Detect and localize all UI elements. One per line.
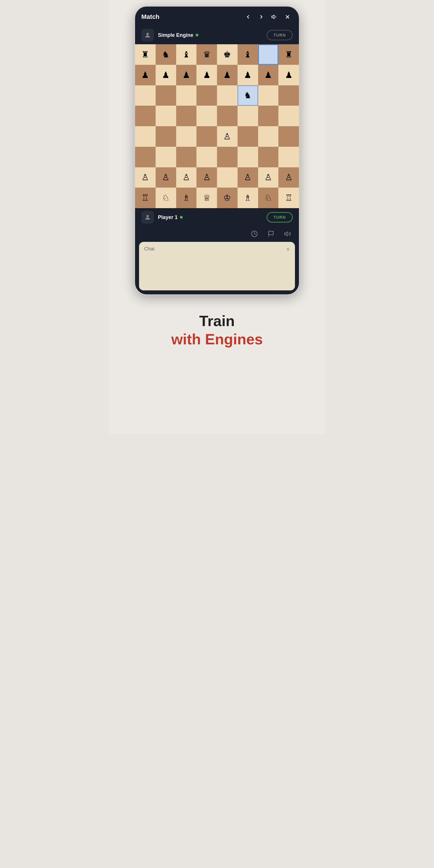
board-cell[interactable]: ♙	[135, 167, 156, 188]
page-wrapper: Match	[108, 0, 326, 434]
board-cell[interactable]	[258, 85, 279, 106]
chess-piece: ♙	[203, 173, 211, 182]
board-cell[interactable]	[258, 106, 279, 126]
human-player-bar: Player 1 TURN	[135, 208, 299, 226]
chess-piece: ♙	[285, 173, 293, 182]
board-cell[interactable]: ♙	[176, 167, 197, 188]
close-button[interactable]	[282, 12, 293, 22]
board-cell[interactable]: ♙	[258, 167, 279, 188]
board-cell[interactable]: ♗	[176, 188, 197, 208]
board-cell[interactable]	[278, 126, 299, 147]
sound-button[interactable]	[269, 12, 280, 22]
board-cell[interactable]	[258, 147, 279, 167]
board-cell[interactable]: ♙	[196, 167, 217, 188]
board-cell[interactable]: ♜	[135, 44, 156, 65]
chess-piece: ♝	[182, 50, 190, 59]
board-cell[interactable]	[217, 85, 238, 106]
history-icon-button[interactable]	[249, 229, 259, 239]
board-cell[interactable]: ♔	[217, 188, 238, 208]
board-cell[interactable]	[258, 126, 279, 147]
board-cell[interactable]: ♚	[217, 44, 238, 65]
board-cell[interactable]	[238, 126, 258, 147]
board-cell[interactable]	[156, 126, 176, 147]
engines-title: with Engines	[171, 331, 263, 348]
chat-box: Chat ∧	[139, 242, 295, 290]
board-cell[interactable]	[196, 126, 217, 147]
board-cell[interactable]	[176, 85, 197, 106]
chat-panel: Chat ∧	[135, 242, 299, 294]
engine-name: Simple Engine	[158, 32, 263, 38]
board-cell[interactable]	[135, 106, 156, 126]
board-cell[interactable]	[156, 147, 176, 167]
board-cell[interactable]: ♟	[176, 65, 197, 85]
chess-piece: ♙	[162, 173, 169, 182]
board-cell[interactable]	[278, 106, 299, 126]
board-cell[interactable]	[278, 85, 299, 106]
board-cell[interactable]	[135, 126, 156, 147]
board-cell[interactable]: ♙	[238, 167, 258, 188]
board-cell[interactable]	[156, 85, 176, 106]
board-cell[interactable]: ♜	[278, 44, 299, 65]
board-cell[interactable]: ♞	[238, 85, 258, 106]
board-cell[interactable]: ♟	[238, 65, 258, 85]
board-cell[interactable]: ♟	[196, 65, 217, 85]
board-cell[interactable]	[196, 85, 217, 106]
chess-piece: ♘	[162, 194, 169, 202]
board-cell[interactable]	[176, 106, 197, 126]
board-cell[interactable]: ♖	[278, 188, 299, 208]
engine-online-dot	[195, 34, 198, 36]
board-cell[interactable]: ♞	[156, 44, 176, 65]
board-cell[interactable]	[217, 167, 238, 188]
board-cell[interactable]: ♟	[135, 65, 156, 85]
chess-piece: ♗	[244, 194, 252, 202]
board-cell[interactable]	[278, 147, 299, 167]
chess-piece: ♜	[141, 50, 149, 59]
board-cell[interactable]: ♘	[156, 188, 176, 208]
board-cell[interactable]: ♙	[217, 126, 238, 147]
header-bar: Match	[135, 6, 299, 26]
flag-icon-button[interactable]	[266, 229, 276, 239]
board-cell[interactable]	[176, 147, 197, 167]
board-cell[interactable]: ♗	[238, 188, 258, 208]
board-cell[interactable]	[135, 85, 156, 106]
chess-piece: ♙	[244, 173, 252, 182]
board-cell[interactable]: ♝	[176, 44, 197, 65]
board-cell[interactable]	[135, 147, 156, 167]
board-cell[interactable]: ♙	[156, 167, 176, 188]
board-cell[interactable]: ♟	[217, 65, 238, 85]
board-cell[interactable]: ♘	[258, 188, 279, 208]
board-cell[interactable]	[196, 106, 217, 126]
board-cell[interactable]: ♖	[135, 188, 156, 208]
board-cell[interactable]	[156, 106, 176, 126]
board-cell[interactable]	[258, 44, 279, 65]
board-cell[interactable]	[176, 126, 197, 147]
board-cell[interactable]: ♕	[196, 188, 217, 208]
board-cell[interactable]: ♝	[238, 44, 258, 65]
board-cell[interactable]: ♟	[278, 65, 299, 85]
board-cell[interactable]: ♟	[156, 65, 176, 85]
board-cell[interactable]: ♛	[196, 44, 217, 65]
human-turn-button[interactable]: TURN	[267, 212, 293, 222]
chat-header[interactable]: Chat ∧	[139, 242, 295, 256]
app-content: Match	[135, 6, 299, 294]
svg-point-3	[147, 33, 149, 35]
board-cell[interactable]	[217, 106, 238, 126]
chess-piece: ♘	[265, 194, 272, 202]
board-cell[interactable]	[238, 106, 258, 126]
chess-board-container: ♜♞♝♛♚♝♜♟♟♟♟♟♟♟♟♞♙♙♙♙♙♙♙♙♖♘♗♕♔♗♘♖	[135, 44, 299, 208]
engine-turn-button[interactable]: TURN	[267, 30, 293, 40]
back-button[interactable]	[243, 12, 253, 22]
board-cell[interactable]	[196, 147, 217, 167]
board-cell[interactable]	[217, 147, 238, 167]
chess-piece: ♙	[182, 173, 190, 182]
forward-button[interactable]	[256, 12, 267, 22]
chess-piece: ♟	[223, 71, 231, 80]
board-cell[interactable]	[238, 147, 258, 167]
chess-piece: ♝	[244, 50, 252, 59]
chess-board[interactable]: ♜♞♝♛♚♝♜♟♟♟♟♟♟♟♟♞♙♙♙♙♙♙♙♙♖♘♗♕♔♗♘♖	[135, 44, 299, 208]
svg-point-4	[147, 215, 149, 217]
board-cell[interactable]: ♙	[278, 167, 299, 188]
volume-icon-button[interactable]	[282, 229, 293, 239]
board-cell[interactable]: ♟	[258, 65, 279, 85]
chess-piece: ♞	[162, 50, 169, 59]
